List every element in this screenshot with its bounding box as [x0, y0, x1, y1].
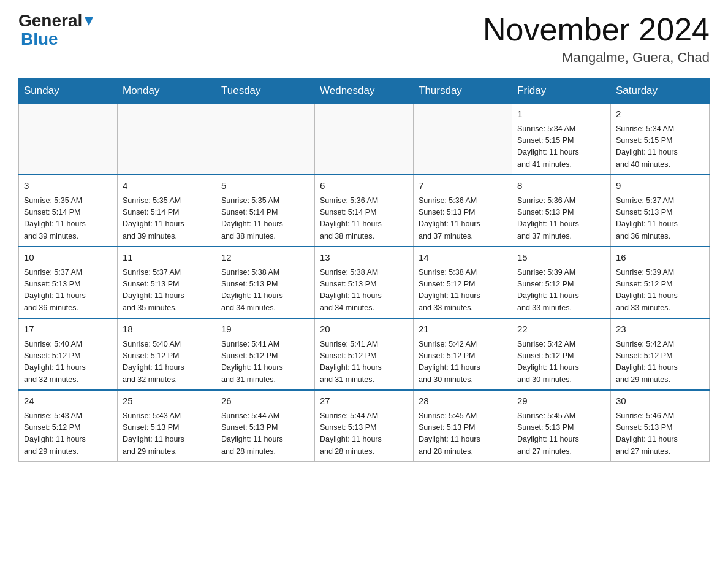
- day-number: 18: [123, 323, 211, 337]
- calendar-week-row: 24Sunrise: 5:43 AMSunset: 5:12 PMDayligh…: [19, 390, 710, 462]
- day-number: 29: [517, 394, 605, 408]
- day-number: 22: [517, 323, 605, 337]
- calendar-cell: 13Sunrise: 5:38 AMSunset: 5:13 PMDayligh…: [315, 247, 414, 318]
- day-number: 24: [24, 394, 112, 408]
- day-number: 19: [221, 323, 309, 337]
- day-info: Sunrise: 5:36 AMSunset: 5:13 PMDaylight:…: [517, 195, 605, 243]
- calendar-cell: 20Sunrise: 5:41 AMSunset: 5:12 PMDayligh…: [315, 318, 414, 390]
- day-info: Sunrise: 5:45 AMSunset: 5:13 PMDaylight:…: [517, 410, 605, 458]
- col-header-sunday: Sunday: [19, 79, 118, 104]
- day-number: 21: [419, 323, 507, 337]
- calendar-table: SundayMondayTuesdayWednesdayThursdayFrid…: [18, 78, 710, 462]
- logo-part2: Blue: [18, 31, 58, 48]
- calendar-cell: 9Sunrise: 5:37 AMSunset: 5:13 PMDaylight…: [611, 175, 710, 247]
- day-number: 15: [517, 251, 605, 265]
- day-info: Sunrise: 5:36 AMSunset: 5:13 PMDaylight:…: [419, 195, 507, 243]
- calendar-cell: 14Sunrise: 5:38 AMSunset: 5:12 PMDayligh…: [414, 247, 512, 318]
- svg-marker-0: [85, 17, 93, 26]
- day-info: Sunrise: 5:46 AMSunset: 5:13 PMDaylight:…: [616, 410, 704, 458]
- calendar-cell: 15Sunrise: 5:39 AMSunset: 5:12 PMDayligh…: [512, 247, 611, 318]
- day-number: 3: [24, 179, 112, 193]
- day-number: 4: [123, 179, 211, 193]
- calendar-cell: 17Sunrise: 5:40 AMSunset: 5:12 PMDayligh…: [19, 318, 118, 390]
- calendar-cell: 4Sunrise: 5:35 AMSunset: 5:14 PMDaylight…: [118, 175, 216, 247]
- calendar-cell: 18Sunrise: 5:40 AMSunset: 5:12 PMDayligh…: [118, 318, 216, 390]
- location-title: Mangalme, Guera, Chad: [483, 50, 710, 66]
- calendar-week-row: 1Sunrise: 5:34 AMSunset: 5:15 PMDaylight…: [19, 104, 710, 175]
- calendar-cell: 26Sunrise: 5:44 AMSunset: 5:13 PMDayligh…: [216, 390, 315, 462]
- calendar-cell: 30Sunrise: 5:46 AMSunset: 5:13 PMDayligh…: [611, 390, 710, 462]
- day-info: Sunrise: 5:38 AMSunset: 5:13 PMDaylight:…: [221, 267, 309, 315]
- col-header-saturday: Saturday: [611, 79, 710, 104]
- day-info: Sunrise: 5:35 AMSunset: 5:14 PMDaylight:…: [221, 195, 309, 243]
- logo-part1: General: [18, 12, 82, 29]
- day-info: Sunrise: 5:40 AMSunset: 5:12 PMDaylight:…: [24, 339, 112, 386]
- calendar-week-row: 10Sunrise: 5:37 AMSunset: 5:13 PMDayligh…: [19, 247, 710, 318]
- calendar-cell: 28Sunrise: 5:45 AMSunset: 5:13 PMDayligh…: [414, 390, 512, 462]
- day-info: Sunrise: 5:37 AMSunset: 5:13 PMDaylight:…: [123, 267, 211, 315]
- calendar-cell: 23Sunrise: 5:42 AMSunset: 5:12 PMDayligh…: [611, 318, 710, 390]
- logo-arrow-icon: [83, 16, 94, 27]
- calendar-cell: [315, 104, 414, 175]
- month-title: November 2024: [483, 12, 710, 47]
- day-number: 7: [419, 179, 507, 193]
- day-info: Sunrise: 5:38 AMSunset: 5:12 PMDaylight:…: [419, 267, 507, 315]
- day-info: Sunrise: 5:37 AMSunset: 5:13 PMDaylight:…: [24, 267, 112, 315]
- calendar-cell: [216, 104, 315, 175]
- day-number: 10: [24, 251, 112, 265]
- calendar-cell: 16Sunrise: 5:39 AMSunset: 5:12 PMDayligh…: [611, 247, 710, 318]
- day-info: Sunrise: 5:40 AMSunset: 5:12 PMDaylight:…: [123, 339, 211, 386]
- day-number: 6: [320, 179, 408, 193]
- calendar-cell: 6Sunrise: 5:36 AMSunset: 5:14 PMDaylight…: [315, 175, 414, 247]
- day-info: Sunrise: 5:39 AMSunset: 5:12 PMDaylight:…: [517, 267, 605, 315]
- calendar-cell: 12Sunrise: 5:38 AMSunset: 5:13 PMDayligh…: [216, 247, 315, 318]
- day-info: Sunrise: 5:42 AMSunset: 5:12 PMDaylight:…: [616, 339, 704, 386]
- calendar-cell: 25Sunrise: 5:43 AMSunset: 5:13 PMDayligh…: [118, 390, 216, 462]
- day-number: 2: [616, 107, 704, 121]
- calendar-week-row: 3Sunrise: 5:35 AMSunset: 5:14 PMDaylight…: [19, 175, 710, 247]
- calendar-cell: 8Sunrise: 5:36 AMSunset: 5:13 PMDaylight…: [512, 175, 611, 247]
- day-info: Sunrise: 5:42 AMSunset: 5:12 PMDaylight:…: [517, 339, 605, 386]
- col-header-friday: Friday: [512, 79, 611, 104]
- day-number: 16: [616, 251, 704, 265]
- calendar-cell: [118, 104, 216, 175]
- day-info: Sunrise: 5:44 AMSunset: 5:13 PMDaylight:…: [221, 410, 309, 458]
- day-number: 30: [616, 394, 704, 408]
- day-number: 8: [517, 179, 605, 193]
- day-info: Sunrise: 5:36 AMSunset: 5:14 PMDaylight:…: [320, 195, 408, 243]
- day-info: Sunrise: 5:43 AMSunset: 5:13 PMDaylight:…: [123, 410, 211, 458]
- calendar-cell: 2Sunrise: 5:34 AMSunset: 5:15 PMDaylight…: [611, 104, 710, 175]
- col-header-thursday: Thursday: [414, 79, 512, 104]
- calendar-cell: 27Sunrise: 5:44 AMSunset: 5:13 PMDayligh…: [315, 390, 414, 462]
- day-number: 1: [517, 107, 605, 121]
- day-info: Sunrise: 5:43 AMSunset: 5:12 PMDaylight:…: [24, 410, 112, 458]
- day-number: 11: [123, 251, 211, 265]
- day-info: Sunrise: 5:45 AMSunset: 5:13 PMDaylight:…: [419, 410, 507, 458]
- calendar-week-row: 17Sunrise: 5:40 AMSunset: 5:12 PMDayligh…: [19, 318, 710, 390]
- day-info: Sunrise: 5:35 AMSunset: 5:14 PMDaylight:…: [123, 195, 211, 243]
- title-block: November 2024 Mangalme, Guera, Chad: [483, 12, 710, 66]
- calendar-cell: 3Sunrise: 5:35 AMSunset: 5:14 PMDaylight…: [19, 175, 118, 247]
- day-info: Sunrise: 5:35 AMSunset: 5:14 PMDaylight:…: [24, 195, 112, 243]
- calendar-cell: 5Sunrise: 5:35 AMSunset: 5:14 PMDaylight…: [216, 175, 315, 247]
- day-info: Sunrise: 5:39 AMSunset: 5:12 PMDaylight:…: [616, 267, 704, 315]
- calendar-cell: 22Sunrise: 5:42 AMSunset: 5:12 PMDayligh…: [512, 318, 611, 390]
- page-header: General Blue November 2024 Mangalme, Gue…: [18, 12, 710, 66]
- calendar-cell: 10Sunrise: 5:37 AMSunset: 5:13 PMDayligh…: [19, 247, 118, 318]
- col-header-monday: Monday: [118, 79, 216, 104]
- day-info: Sunrise: 5:41 AMSunset: 5:12 PMDaylight:…: [221, 339, 309, 386]
- calendar-cell: 1Sunrise: 5:34 AMSunset: 5:15 PMDaylight…: [512, 104, 611, 175]
- calendar-cell: 19Sunrise: 5:41 AMSunset: 5:12 PMDayligh…: [216, 318, 315, 390]
- day-number: 25: [123, 394, 211, 408]
- day-number: 27: [320, 394, 408, 408]
- day-number: 17: [24, 323, 112, 337]
- day-info: Sunrise: 5:42 AMSunset: 5:12 PMDaylight:…: [419, 339, 507, 386]
- day-number: 20: [320, 323, 408, 337]
- calendar-header-row: SundayMondayTuesdayWednesdayThursdayFrid…: [19, 79, 710, 104]
- calendar-cell: 29Sunrise: 5:45 AMSunset: 5:13 PMDayligh…: [512, 390, 611, 462]
- day-number: 13: [320, 251, 408, 265]
- calendar-cell: 7Sunrise: 5:36 AMSunset: 5:13 PMDaylight…: [414, 175, 512, 247]
- col-header-wednesday: Wednesday: [315, 79, 414, 104]
- day-info: Sunrise: 5:34 AMSunset: 5:15 PMDaylight:…: [616, 123, 704, 171]
- logo: General Blue: [18, 12, 94, 48]
